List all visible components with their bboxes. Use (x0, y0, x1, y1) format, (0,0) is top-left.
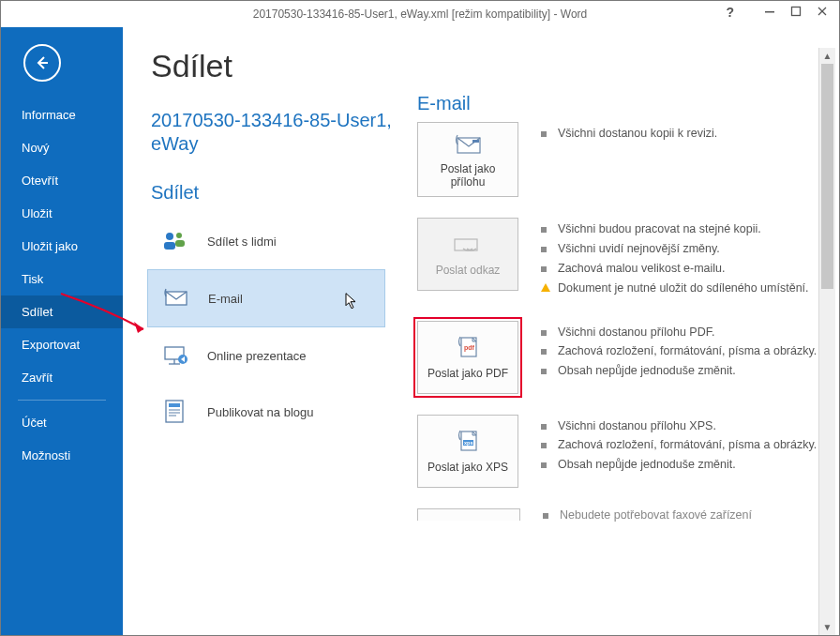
share-with-people[interactable]: Sdílet s lidmi (147, 213, 395, 269)
presentation-icon (160, 341, 190, 371)
send-as-pdf-button[interactable]: pdf Poslat jako PDF (417, 321, 518, 394)
vertical-scrollbar[interactable]: ▲ ▼ (818, 48, 835, 635)
email-option-link-row: Poslat odkaz Všichni budou pracovat na s… (417, 218, 818, 300)
page-title: Sdílet (151, 48, 395, 84)
svg-text:xps: xps (464, 440, 472, 446)
nav-tisk[interactable]: Tisk (1, 263, 123, 295)
bullet-item: Všichni dostanou přílohu XPS. (541, 418, 818, 434)
share-option-label: Online prezentace (207, 349, 307, 363)
attachment-bullets: Všichni dostanou kopii k revizi. (541, 122, 818, 145)
share-heading: Sdílet (151, 182, 395, 204)
document-name: 20170530-133416-85-User1, eWay (151, 109, 395, 156)
bullet-item: Zachová rozložení, formátování, písma a … (541, 343, 818, 359)
svg-text:pdf: pdf (464, 344, 475, 352)
email-option-attachment-row: Poslat jako přílohu Všichni dostanou kop… (417, 122, 818, 197)
share-option-label: Publikovat na blogu (207, 405, 313, 419)
maximize-button[interactable] (783, 1, 809, 22)
window-title: 20170530-133416-85-User1, eWay.xml [reži… (253, 8, 588, 21)
nav-exportovat[interactable]: Exportovat (1, 328, 123, 361)
xps-icon: xps (453, 429, 483, 457)
svg-point-5 (166, 233, 173, 240)
backstage-main: Sdílet 20170530-133416-85-User1, eWay Sd… (123, 27, 839, 635)
mail-icon (161, 283, 191, 313)
share-email[interactable]: E-mail (147, 269, 385, 327)
card-label: Poslat odkaz (436, 264, 501, 277)
share-left-column: Sdílet 20170530-133416-85-User1, eWay Sd… (123, 27, 395, 635)
link-bullets: Všichni budou pracovat na stejné kopii. … (541, 218, 818, 300)
svg-rect-20 (472, 140, 479, 143)
backstage-sidebar: Informace Nový Otevřít Uložit Uložit jak… (1, 27, 123, 635)
svg-rect-7 (164, 242, 175, 250)
nav-ulozit-jako[interactable]: Uložit jako (1, 230, 123, 263)
attachment-icon (452, 130, 484, 159)
close-button[interactable] (809, 1, 835, 22)
svg-rect-15 (169, 403, 180, 407)
nav-informace[interactable]: Informace (1, 98, 123, 131)
scroll-thumb[interactable] (821, 64, 833, 289)
share-option-label: E-mail (208, 292, 243, 306)
card-label: Poslat jako XPS (428, 461, 508, 474)
nav-otevrit[interactable]: Otevřít (1, 164, 123, 197)
svg-rect-1 (792, 8, 801, 16)
blog-icon (160, 397, 190, 427)
share-publish-blog[interactable]: Publikovat na blogu (147, 384, 395, 440)
cursor-icon (345, 293, 358, 312)
help-icon[interactable]: ? (726, 5, 734, 20)
nav-ulozit[interactable]: Uložit (1, 197, 123, 230)
email-heading: E-mail (417, 93, 818, 114)
people-icon (160, 226, 190, 256)
bullet-item: Všichni budou pracovat na stejné kopii. (541, 221, 818, 237)
email-option-fax-row: Nebudete potřebovat faxové zařízení (417, 508, 818, 522)
pdf-bullets: Všichni dostanou přílohu PDF. Zachová ro… (541, 321, 818, 384)
fax-card-cutoff (417, 508, 520, 521)
card-label: Poslat jako přílohu (422, 162, 514, 189)
share-right-column: E-mail Poslat jako přílohu Všichni dosta… (395, 27, 839, 635)
bullet-item: Zachová malou velikost e-mailu. (541, 261, 818, 277)
send-as-xps-button[interactable]: xps Poslat jako XPS (417, 415, 518, 488)
email-option-xps-row: xps Poslat jako XPS Všichni dostanou pří… (417, 415, 818, 488)
pdf-icon: pdf (453, 335, 483, 363)
svg-rect-21 (455, 239, 477, 250)
share-online-presentation[interactable]: Online prezentace (147, 327, 395, 384)
scroll-up-button[interactable]: ▲ (819, 48, 835, 64)
email-option-pdf-row: pdf Poslat jako PDF Všichni dostanou pří… (417, 321, 818, 394)
bullet-warning: Dokument je nutné uložit do sdíleného um… (541, 280, 818, 296)
svg-rect-8 (175, 240, 185, 247)
titlebar: 20170530-133416-85-User1, eWay.xml [reži… (1, 1, 839, 27)
share-option-label: Sdílet s lidmi (207, 235, 277, 249)
nav-sdilet[interactable]: Sdílet (1, 295, 123, 328)
nav-ucet[interactable]: Účet (1, 406, 123, 439)
send-as-attachment-button[interactable]: Poslat jako přílohu (417, 122, 518, 197)
bullet-item: Obsah nepůjde jednoduše změnit. (541, 363, 818, 379)
svg-point-6 (176, 233, 182, 238)
back-button[interactable] (23, 44, 61, 82)
scroll-track[interactable] (819, 64, 835, 619)
svg-rect-0 (765, 11, 774, 13)
bullet-item: Všichni uvidí nejnovější změny. (541, 241, 818, 257)
nav-moznosti[interactable]: Možnosti (1, 439, 123, 472)
card-label: Poslat jako PDF (428, 367, 508, 380)
bullet-item-cutoff: Nebudete potřebovat faxové zařízení (543, 508, 752, 522)
nav-novy[interactable]: Nový (1, 131, 123, 164)
nav-separator (18, 400, 106, 401)
link-icon (452, 232, 484, 260)
send-link-button: Poslat odkaz (417, 218, 518, 291)
bullet-item: Všichni dostanou kopii k revizi. (541, 126, 818, 142)
minimize-button[interactable] (757, 1, 783, 22)
bullet-item: Obsah nepůjde jednoduše změnit. (541, 457, 818, 473)
bullet-item: Zachová rozložení, formátování, písma a … (541, 437, 818, 453)
xps-bullets: Všichni dostanou přílohu XPS. Zachová ro… (541, 415, 818, 477)
nav-zavrit[interactable]: Zavřít (1, 361, 123, 394)
scroll-down-button[interactable]: ▼ (819, 619, 835, 635)
bullet-item: Všichni dostanou přílohu PDF. (541, 325, 818, 341)
